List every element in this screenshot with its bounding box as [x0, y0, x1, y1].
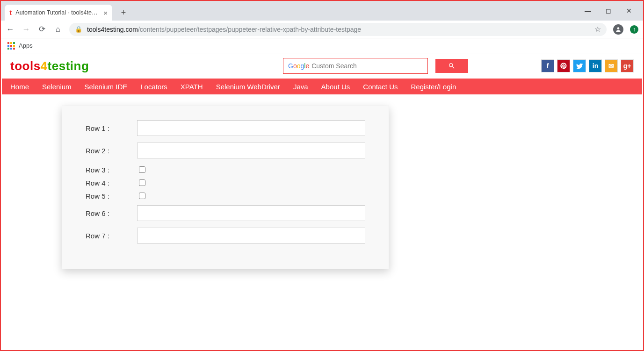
new-tab-button[interactable]: +	[117, 6, 130, 19]
form-row-1: Row 1 :	[86, 120, 365, 136]
form-row-7: Row 7 :	[86, 228, 365, 244]
row-6-input[interactable]	[137, 205, 365, 221]
row-7-input[interactable]	[137, 228, 365, 244]
logo-part2: testing	[48, 59, 89, 73]
row-5-checkbox[interactable]	[139, 193, 145, 199]
twitter-icon[interactable]	[573, 59, 586, 72]
search-icon	[448, 62, 456, 70]
address-bar[interactable]: 🔒 tools4testing.com/contents/puppeteer/t…	[69, 23, 607, 36]
nav-register-login[interactable]: Register/Login	[411, 83, 456, 91]
row-1-label: Row 1 :	[86, 124, 137, 132]
svg-point-0	[617, 27, 620, 29]
apps-grid-icon[interactable]	[7, 42, 15, 50]
tab-favicon: t	[9, 8, 12, 17]
browser-tab-strip: t Automation Tutorial - tools4testi… × +…	[1, 1, 643, 21]
profile-avatar-icon[interactable]	[613, 24, 623, 35]
nav-about-us[interactable]: About Us	[321, 83, 350, 91]
search-input[interactable]	[311, 62, 423, 70]
pinterest-icon[interactable]	[557, 59, 570, 72]
window-maximize-icon[interactable]: ◻	[602, 7, 615, 14]
form-row-2: Row 2 :	[86, 143, 365, 158]
row-3-checkbox[interactable]	[139, 166, 145, 173]
extension-badge-icon[interactable]: ↑	[630, 25, 638, 34]
row-6-label: Row 6 :	[86, 209, 137, 217]
form-row-6: Row 6 :	[86, 205, 365, 221]
nav-contact-us[interactable]: Contact Us	[363, 83, 398, 91]
form-row-5: Row 5 :	[86, 191, 365, 201]
linkedin-icon[interactable]: in	[589, 59, 602, 72]
site-logo[interactable]: tools4testing	[10, 59, 89, 73]
googleplus-icon[interactable]: g+	[621, 59, 634, 72]
window-minimize-icon[interactable]: ―	[581, 7, 594, 14]
search-button[interactable]	[435, 59, 468, 73]
tab-title: Automation Tutorial - tools4testi…	[15, 9, 100, 16]
url-text: tools4testing.com/contents/puppeteer/tes…	[87, 26, 590, 33]
row-2-input[interactable]	[137, 143, 365, 158]
form-row-4: Row 4 :	[86, 178, 365, 187]
facebook-icon[interactable]: f	[541, 59, 554, 72]
page-viewport[interactable]: tools4testing Google f in ✉ g+	[2, 53, 642, 349]
nav-locators[interactable]: Locators	[140, 83, 167, 91]
nav-back-icon[interactable]: ←	[6, 25, 15, 34]
mail-icon[interactable]: ✉	[605, 59, 618, 72]
row-4-checkbox[interactable]	[139, 179, 145, 186]
window-controls: ― ◻ ✕	[581, 1, 640, 21]
main-nav: Home Selenium Selenium IDE Locators XPAT…	[2, 79, 642, 94]
bookmark-apps-label[interactable]: Apps	[19, 42, 33, 49]
lock-icon: 🔒	[75, 26, 82, 33]
social-links: f in ✉ g+	[541, 59, 634, 72]
google-logo-text: Google	[288, 62, 309, 70]
tab-close-icon[interactable]: ×	[103, 9, 108, 17]
bookmarks-bar: Apps	[1, 38, 643, 53]
logo-bolt: 4	[41, 59, 48, 73]
row-1-input[interactable]	[137, 120, 365, 136]
row-2-label: Row 2 :	[86, 147, 137, 155]
custom-search-box[interactable]: Google	[283, 58, 428, 74]
nav-forward-icon: →	[22, 25, 31, 34]
row-3-label: Row 3 :	[86, 166, 137, 174]
browser-toolbar: ← → ⟳ ⌂ 🔒 tools4testing.com/contents/pup…	[1, 21, 643, 38]
nav-home[interactable]: Home	[10, 83, 29, 91]
nav-xpath[interactable]: XPATH	[181, 83, 203, 91]
browser-tab[interactable]: t Automation Tutorial - tools4testi… ×	[5, 5, 112, 21]
url-path: /contents/puppeteer/testpages/puppeteer-…	[138, 26, 361, 33]
nav-java[interactable]: Java	[293, 83, 308, 91]
nav-home-icon[interactable]: ⌂	[53, 25, 63, 34]
row-4-label: Row 4 :	[86, 179, 137, 187]
bookmark-star-icon[interactable]: ☆	[594, 25, 601, 34]
url-host: tools4testing.com	[87, 26, 138, 33]
nav-selenium-ide[interactable]: Selenium IDE	[85, 83, 128, 91]
form-row-3: Row 3 :	[86, 165, 365, 174]
row-7-label: Row 7 :	[86, 232, 137, 240]
form-card: Row 1 : Row 2 : Row 3 : Row 4 : Row 5 : …	[62, 106, 389, 269]
row-5-label: Row 5 :	[86, 192, 137, 200]
nav-selenium[interactable]: Selenium	[42, 83, 72, 91]
window-close-icon[interactable]: ✕	[622, 7, 636, 14]
nav-selenium-webdriver[interactable]: Selenium WebDriver	[216, 83, 280, 91]
logo-part1: tools	[10, 59, 41, 73]
site-header: tools4testing Google f in ✉ g+	[2, 53, 642, 79]
nav-reload-icon[interactable]: ⟳	[37, 24, 47, 34]
